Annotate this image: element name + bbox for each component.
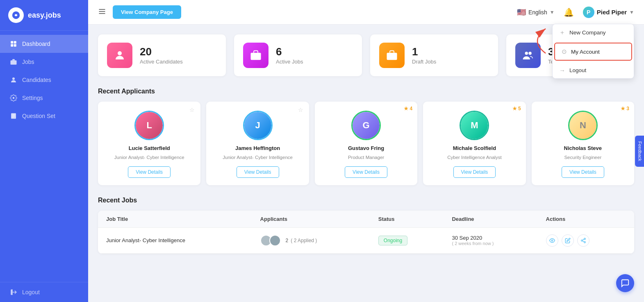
sidebar-item-candidates-label: Candidates — [22, 77, 51, 83]
recent-jobs-title: Recent Jobs — [98, 197, 634, 204]
name-michale: Michale Scolfield — [453, 145, 496, 151]
logout-dropdown-item[interactable]: → Logout — [553, 62, 634, 78]
action-icons-0 — [546, 234, 626, 247]
main-content: View Company Page 🇺🇸 English ▼ 🔔 P Pied … — [88, 0, 644, 302]
bookmark-lucie[interactable]: ☆ — [189, 107, 195, 113]
svg-rect-6 — [11, 60, 17, 65]
company-dropdown-arrow: ▼ — [629, 9, 634, 15]
svg-point-7 — [12, 77, 15, 80]
sidebar-item-jobs[interactable]: Jobs — [0, 53, 88, 71]
new-company-item[interactable]: ＋ New Company — [553, 24, 634, 41]
notification-bell-icon[interactable]: 🔔 — [564, 7, 574, 17]
svg-point-23 — [551, 240, 553, 241]
draft-jobs-number: 1 — [412, 46, 436, 58]
svg-rect-5 — [14, 44, 16, 47]
company-selector[interactable]: P Pied Piper ▼ — [583, 7, 634, 18]
my-account-item[interactable]: ⊙ My Account — [554, 43, 632, 61]
flag-icon: 🇺🇸 — [517, 8, 526, 17]
col-applicants: Applicants — [252, 211, 370, 228]
svg-rect-4 — [11, 44, 13, 47]
job-actions-0 — [538, 227, 634, 253]
language-selector[interactable]: 🇺🇸 English ▼ — [517, 8, 555, 17]
col-deadline: Deadline — [444, 211, 537, 228]
sidebar-logo[interactable]: easy.jobs — [0, 0, 88, 31]
rating-michale: ★ 5 — [512, 106, 521, 111]
active-jobs-icon — [243, 43, 269, 68]
avatar-lucie: L — [134, 111, 164, 140]
feedback-tab[interactable]: Feedback — [635, 135, 644, 166]
edit-action-btn[interactable] — [562, 234, 574, 247]
svg-point-22 — [528, 52, 532, 55]
active-jobs-number: 6 — [276, 46, 303, 58]
view-details-james[interactable]: View Details — [237, 166, 279, 178]
share-action-btn[interactable] — [577, 234, 589, 247]
logout-label: Logout — [22, 289, 40, 295]
svg-line-28 — [583, 239, 584, 240]
plus-icon: ＋ — [559, 29, 565, 36]
role-lucie: Junior Analyst- Cyber Intelligence — [114, 154, 184, 161]
logout-icon: → — [559, 67, 565, 74]
sidebar-item-question-set[interactable]: Question Set — [0, 107, 88, 125]
bookmark-james[interactable]: ☆ — [298, 107, 303, 113]
hamburger-menu[interactable] — [98, 7, 106, 17]
sidebar-nav: Dashboard Jobs Candidates Settings Quest… — [0, 31, 88, 282]
view-details-lucie[interactable]: View Details — [128, 166, 171, 178]
job-row-0: Junior Analyst- Cyber Intelligence 2 ( 2… — [98, 227, 634, 253]
deadline-date-0: 30 Sep 2020 — [452, 235, 529, 241]
job-deadline-0: 30 Sep 2020 ( 2 weeks from now ) — [444, 227, 537, 253]
applicant-card-james: ☆ J James Heffington Junior Analyst- Cyb… — [206, 102, 309, 185]
job-title-0: Junior Analyst- Cyber Intelligence — [98, 227, 252, 253]
job-applicants-0: 2 ( 2 Applied ) — [252, 227, 370, 253]
logo-icon — [8, 7, 24, 23]
view-company-button[interactable]: View Company Page — [113, 5, 181, 19]
name-lucie: Lucie Satterfield — [129, 145, 170, 151]
view-action-btn[interactable] — [546, 234, 558, 247]
logout-button[interactable]: Logout — [0, 282, 88, 302]
new-company-label: New Company — [569, 30, 606, 36]
rating-gustavo: ★ 4 — [404, 106, 412, 111]
role-gustavo: Product Manager — [348, 154, 384, 161]
sidebar-item-candidates[interactable]: Candidates — [0, 71, 88, 89]
view-details-nicholas[interactable]: View Details — [562, 166, 604, 178]
applicant-card-nicholas: ★ 3 N Nicholas Steve Security Engineer V… — [532, 102, 634, 185]
view-details-michale[interactable]: View Details — [453, 166, 496, 178]
jobs-section: Job Title Applicants Status Deadline Act… — [98, 211, 634, 254]
sidebar-item-settings[interactable]: Settings — [0, 89, 88, 107]
col-status: Status — [370, 211, 444, 228]
svg-point-21 — [525, 52, 528, 55]
view-details-gustavo[interactable]: View Details — [345, 166, 387, 178]
role-nicholas: Security Engineer — [564, 154, 601, 161]
draft-jobs-info: 1 Draft Jobs — [412, 46, 436, 65]
language-dropdown-arrow: ▼ — [550, 9, 555, 15]
chat-bubble[interactable] — [616, 274, 634, 292]
avatar-gustavo: G — [351, 111, 381, 140]
draft-jobs-label: Draft Jobs — [412, 59, 436, 65]
applied-count-0: 2 — [286, 238, 289, 243]
account-icon: ⊙ — [562, 48, 567, 55]
my-account-label: My Account — [571, 49, 600, 55]
status-badge-0: Ongoing — [378, 236, 407, 245]
active-candidates-number: 20 — [140, 46, 183, 58]
sidebar-item-dashboard-label: Dashboard — [22, 41, 50, 47]
svg-point-26 — [584, 241, 585, 243]
avatar-michale: M — [460, 111, 489, 140]
svg-point-25 — [581, 240, 583, 241]
role-michale: Cyber Intelligence Analyst — [447, 154, 501, 161]
applicant-card-lucie: ☆ L Lucie Satterfield Junior Analyst- Cy… — [98, 102, 200, 185]
job-status-0: Ongoing — [370, 227, 444, 253]
applicant-card-gustavo: ★ 4 G Gustavo Fring Product Manager View… — [315, 102, 417, 185]
svg-rect-2 — [11, 41, 13, 43]
active-candidates-info: 20 Active Candidates — [140, 46, 183, 65]
active-candidates-label: Active Candidates — [140, 59, 183, 65]
sidebar-item-dashboard[interactable]: Dashboard — [0, 35, 88, 53]
sidebar-item-settings-label: Settings — [22, 95, 43, 101]
col-job-title: Job Title — [98, 211, 252, 228]
team-members-icon — [515, 43, 541, 68]
role-james: Junior Analyst- Cyber Intelligence — [223, 154, 293, 161]
draft-jobs-icon — [379, 43, 405, 68]
svg-point-8 — [13, 97, 15, 99]
col-actions: Actions — [538, 211, 634, 228]
active-jobs-label: Active Jobs — [276, 59, 303, 65]
svg-rect-3 — [14, 41, 16, 43]
company-logo-icon: P — [583, 7, 594, 18]
